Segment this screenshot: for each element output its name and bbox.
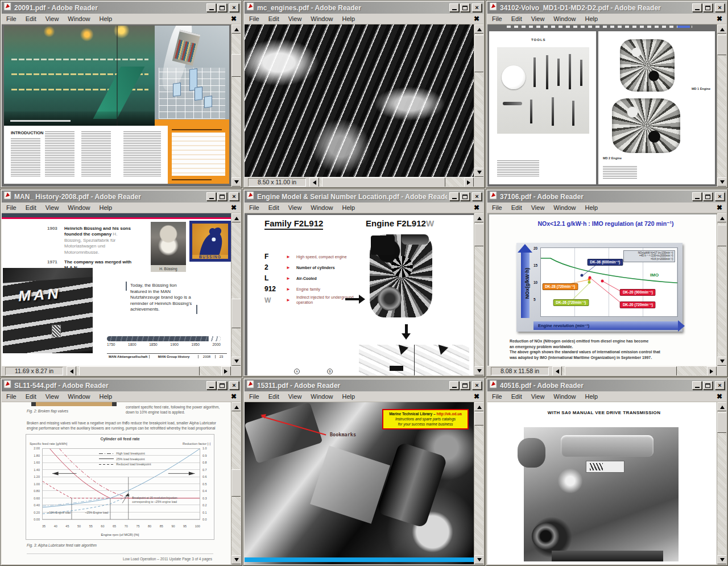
minimize-button[interactable] [449, 192, 459, 201]
minimize-button[interactable] [692, 192, 702, 201]
scroll-down-button[interactable] [717, 357, 726, 366]
menu-item[interactable]: Edit [264, 392, 284, 401]
menu-item[interactable]: Window [306, 392, 337, 401]
close-document-icon[interactable]: ✖ [713, 15, 726, 23]
menu-item[interactable]: View [41, 203, 64, 212]
close-button[interactable]: × [472, 381, 482, 390]
menu-item[interactable]: Help [94, 203, 117, 212]
horizontal-scrollbar[interactable] [309, 177, 474, 187]
vertical-scrollbar[interactable] [717, 24, 726, 187]
menu-item[interactable]: Window [306, 14, 337, 23]
scrollbar-thumb[interactable] [474, 224, 483, 246]
menu-item[interactable]: Edit [21, 14, 41, 23]
menu-item[interactable]: Help [94, 14, 117, 23]
scrollbar-thumb[interactable] [474, 412, 483, 425]
menu-item[interactable]: Window [549, 392, 580, 401]
scroll-down-button[interactable] [717, 177, 726, 187]
menu-item[interactable]: Window [63, 203, 94, 212]
scrollbar-thumb[interactable] [79, 366, 200, 375]
minimize-button[interactable] [449, 3, 459, 12]
vertical-scrollbar[interactable] [231, 213, 241, 366]
menu-item[interactable]: File [2, 392, 21, 401]
scroll-up-button[interactable] [717, 24, 726, 34]
scrollbar-thumb[interactable] [565, 366, 677, 375]
menu-item[interactable]: Help [580, 203, 602, 212]
menu-item[interactable]: File [2, 203, 21, 212]
menu-item[interactable]: View [284, 14, 307, 23]
menu-item[interactable]: Window [63, 392, 94, 401]
close-button[interactable]: × [472, 3, 482, 12]
close-button[interactable]: × [715, 3, 725, 12]
vertical-scrollbar[interactable] [717, 402, 726, 564]
scroll-up-button[interactable] [231, 402, 241, 411]
menu-item[interactable]: Edit [507, 203, 527, 212]
menu-item[interactable]: Help [580, 392, 602, 401]
menu-item[interactable]: Edit [21, 203, 41, 212]
minimize-button[interactable] [692, 3, 702, 12]
vertical-scrollbar[interactable] [231, 24, 241, 187]
minimize-button[interactable] [449, 381, 459, 390]
titlebar[interactable]: MAN_ History-2008.pdf - Adobe Reader × [2, 191, 241, 203]
close-button[interactable]: × [715, 381, 725, 390]
menu-item[interactable]: File [487, 392, 507, 401]
horizontal-scrollbar[interactable] [552, 366, 717, 375]
scroll-up-button[interactable] [717, 402, 726, 411]
menu-item[interactable]: View [41, 14, 64, 23]
maximize-button[interactable] [703, 381, 713, 390]
scrollbar-thumb[interactable] [717, 225, 726, 246]
menu-item[interactable]: View [284, 392, 307, 401]
minimize-button[interactable] [206, 381, 216, 390]
maximize-button[interactable] [217, 192, 227, 201]
scroll-down-button[interactable] [717, 555, 726, 564]
scroll-right-button[interactable] [707, 366, 717, 375]
menu-item[interactable]: File [487, 203, 507, 212]
menu-item[interactable]: Edit [264, 14, 284, 23]
close-document-icon[interactable]: ✖ [470, 204, 483, 212]
titlebar[interactable]: Engine Model & Serial Number Location.pd… [245, 191, 483, 203]
close-document-icon[interactable]: ✖ [470, 15, 483, 23]
menu-item[interactable]: View [527, 392, 549, 401]
maximize-button[interactable] [460, 192, 470, 201]
close-button[interactable]: × [472, 192, 482, 201]
scroll-down-button[interactable] [474, 168, 483, 177]
vertical-scrollbar[interactable] [717, 213, 726, 366]
scroll-down-button[interactable] [474, 366, 483, 375]
vertical-scrollbar[interactable] [474, 24, 483, 177]
close-document-icon[interactable]: ✖ [227, 15, 241, 23]
titlebar[interactable]: mc_engines.pdf - Adobe Reader × [245, 2, 483, 14]
maximize-button[interactable] [217, 381, 227, 390]
maximize-button[interactable] [460, 3, 470, 12]
close-document-icon[interactable]: ✖ [227, 204, 241, 212]
titlebar[interactable]: SL11-544.pdf - Adobe Reader × [2, 379, 241, 391]
scrollbar-thumb[interactable] [322, 177, 445, 187]
scrollbar-thumb[interactable] [717, 35, 726, 55]
close-document-icon[interactable]: ✖ [470, 393, 483, 400]
scroll-up-button[interactable] [474, 402, 483, 411]
scroll-down-button[interactable] [231, 357, 241, 366]
scroll-right-button[interactable] [464, 177, 474, 187]
vertical-scrollbar[interactable] [474, 213, 483, 375]
maximize-button[interactable] [703, 192, 713, 201]
scroll-up-button[interactable] [231, 24, 241, 34]
scrollbar-thumb[interactable] [231, 469, 241, 497]
close-document-icon[interactable]: ✖ [713, 204, 726, 212]
scroll-down-button[interactable] [474, 555, 483, 564]
scroll-left-button[interactable] [552, 366, 562, 375]
scroll-up-button[interactable] [474, 24, 483, 34]
menu-item[interactable]: File [245, 392, 264, 401]
close-button[interactable]: × [229, 192, 239, 201]
maximize-button[interactable] [703, 3, 713, 12]
vertical-scrollbar[interactable] [474, 402, 483, 564]
scrollbar-thumb[interactable] [474, 35, 483, 72]
menu-item[interactable]: View [284, 203, 307, 212]
close-button[interactable]: × [229, 3, 239, 12]
close-document-icon[interactable]: ✖ [713, 393, 726, 400]
scroll-up-button[interactable] [717, 213, 726, 222]
minimize-button[interactable] [206, 192, 216, 201]
scroll-right-button[interactable] [221, 366, 231, 375]
menu-item[interactable]: View [527, 203, 549, 212]
titlebar[interactable]: 40516.pdf - Adobe Reader × [487, 379, 726, 391]
menu-item[interactable]: Window [63, 14, 94, 23]
menu-item[interactable]: Help [337, 203, 359, 212]
menu-item[interactable]: Help [337, 14, 359, 23]
